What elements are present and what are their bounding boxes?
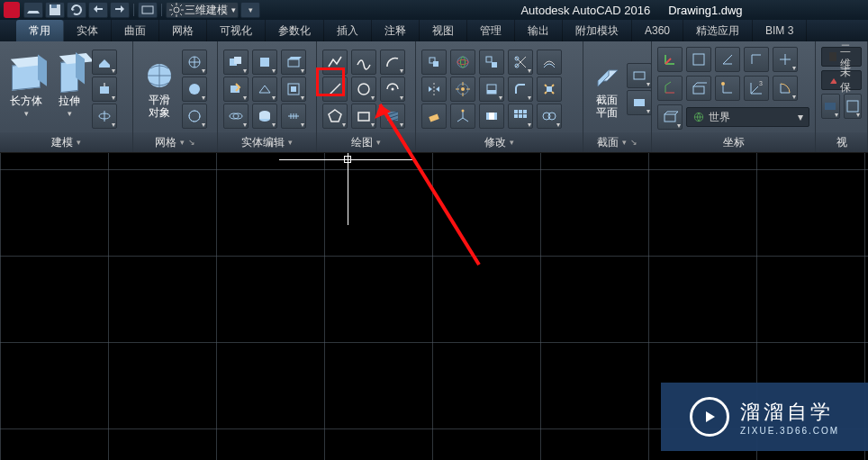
solided-btn[interactable]	[252, 104, 277, 129]
ribbon-tab[interactable]: 插入	[324, 20, 372, 41]
svg-rect-39	[487, 90, 496, 94]
mesh-btn[interactable]	[182, 77, 207, 102]
rotate3d-icon[interactable]	[450, 50, 475, 75]
circle-icon[interactable]	[351, 77, 376, 102]
play-circle-icon	[690, 397, 729, 437]
offset-icon[interactable]	[537, 50, 562, 75]
crosshair-v	[348, 153, 348, 225]
presspull-icon[interactable]	[92, 77, 117, 102]
panel-view: 二维 未保 视	[816, 41, 868, 152]
erase-icon[interactable]	[421, 104, 447, 129]
ellipse-arc-icon[interactable]	[380, 77, 405, 102]
qat-btn[interactable]: ▾	[240, 2, 260, 18]
ribbon-tab[interactable]: 可视化	[207, 20, 266, 41]
app-logo	[2, 2, 22, 18]
arc-icon[interactable]	[380, 50, 405, 75]
fillet-icon[interactable]	[508, 77, 533, 102]
qat-redo-icon[interactable]	[110, 2, 130, 18]
ucs-btn[interactable]	[686, 76, 711, 101]
svg-line-21	[330, 84, 340, 95]
polysolid-icon[interactable]	[92, 50, 117, 75]
align-icon[interactable]	[450, 77, 475, 102]
intersect-icon[interactable]	[223, 104, 249, 129]
qat-btn[interactable]	[23, 2, 43, 18]
revolve-icon[interactable]	[92, 104, 117, 129]
svg-rect-63	[847, 101, 858, 112]
solided-btn[interactable]	[281, 77, 306, 102]
array-icon[interactable]	[508, 104, 533, 129]
ribbon-tab[interactable]: 注释	[372, 20, 420, 41]
line-icon[interactable]	[322, 77, 348, 102]
section-btn[interactable]	[627, 90, 652, 115]
ucs-btn[interactable]	[657, 104, 683, 130]
trim-icon[interactable]	[508, 50, 533, 75]
ribbon-tab[interactable]: 参数化	[266, 20, 324, 41]
hatch-icon[interactable]	[380, 104, 405, 129]
ribbon-tab[interactable]: 视图	[420, 20, 467, 41]
smooth-object-button[interactable]: 平滑 对象	[139, 48, 180, 131]
union-icon[interactable]	[223, 50, 249, 75]
solided-btn[interactable]	[252, 50, 277, 75]
ribbon-tab[interactable]: 精选应用	[683, 20, 753, 41]
ucs-btn[interactable]	[715, 47, 740, 72]
ribbon-tab[interactable]: 曲面	[112, 20, 159, 41]
spline-icon[interactable]	[351, 50, 376, 75]
panel-title-label: 网格	[155, 135, 176, 150]
explode-icon[interactable]	[537, 77, 562, 102]
section-btn[interactable]	[627, 63, 652, 88]
solided-btn[interactable]	[281, 50, 306, 75]
svg-point-23	[358, 84, 369, 95]
mesh-btn[interactable]	[182, 104, 207, 129]
modify-btn[interactable]	[479, 50, 504, 75]
qat-save-icon[interactable]	[45, 2, 65, 18]
ribbon-tab[interactable]: 常用	[16, 20, 64, 41]
ribbon-tab[interactable]: 实体	[64, 20, 112, 41]
ucs-icon[interactable]	[657, 47, 683, 72]
ucs-btn[interactable]	[657, 76, 683, 101]
view-btn[interactable]	[821, 94, 840, 119]
box-button[interactable]: 长方体 ▾	[5, 48, 47, 131]
subtract-icon[interactable]	[223, 77, 249, 102]
rectangle-icon[interactable]	[351, 104, 376, 129]
ribbon-tab[interactable]: BIM 3	[753, 20, 807, 41]
qat-btn[interactable]	[138, 2, 158, 18]
svg-point-31	[457, 59, 468, 64]
move-icon[interactable]	[421, 50, 447, 75]
watermark-text: 溜溜自学	[740, 399, 834, 426]
view-btn[interactable]	[844, 94, 863, 119]
svg-rect-37	[492, 62, 497, 68]
ribbon-tab[interactable]: 输出	[515, 20, 563, 41]
polygon-icon[interactable]	[322, 104, 348, 129]
view-dropdown-1[interactable]: 二维	[821, 47, 862, 67]
mirror-icon[interactable]	[421, 77, 447, 102]
qat-undo-icon[interactable]	[88, 2, 108, 18]
solided-btn[interactable]	[252, 77, 277, 102]
ribbon-tab[interactable]: 附加模块	[563, 20, 632, 41]
ucs-btn[interactable]	[773, 76, 798, 101]
3dalign-icon[interactable]	[450, 104, 475, 129]
ucs-named-dropdown[interactable]: 世界 ▾	[686, 107, 809, 127]
modify-btn[interactable]	[479, 104, 504, 129]
modify-btn[interactable]	[537, 104, 562, 129]
ucs-btn[interactable]	[686, 47, 711, 72]
ucs-btn[interactable]	[744, 47, 769, 72]
qat-btn[interactable]	[67, 2, 86, 18]
ucs-btn[interactable]	[715, 76, 740, 101]
ribbon-tab[interactable]: 管理	[467, 20, 515, 41]
panel-section: 截面 平面 截面▾↘	[583, 41, 652, 152]
section-plane-button[interactable]: 截面 平面	[589, 48, 625, 131]
svg-rect-41	[489, 113, 494, 120]
polyline-icon[interactable]	[322, 50, 348, 75]
panel-title-label: 视	[836, 135, 847, 150]
ribbon-tab[interactable]: A360	[632, 20, 683, 41]
view-dropdown-2[interactable]: 未保	[821, 70, 862, 90]
extrude-button[interactable]: 拉伸 ▾	[49, 48, 90, 131]
ucs-btn[interactable]: 3	[744, 76, 769, 101]
solided-btn[interactable]	[281, 104, 306, 129]
workspace-switcher[interactable]: 三维建模 ▾	[166, 2, 239, 18]
ucs-btn[interactable]	[773, 47, 798, 72]
modify-btn[interactable]	[479, 77, 504, 102]
mesh-btn[interactable]	[182, 50, 207, 75]
svg-rect-56	[693, 86, 704, 94]
ribbon-tab[interactable]: 网格	[159, 20, 207, 41]
